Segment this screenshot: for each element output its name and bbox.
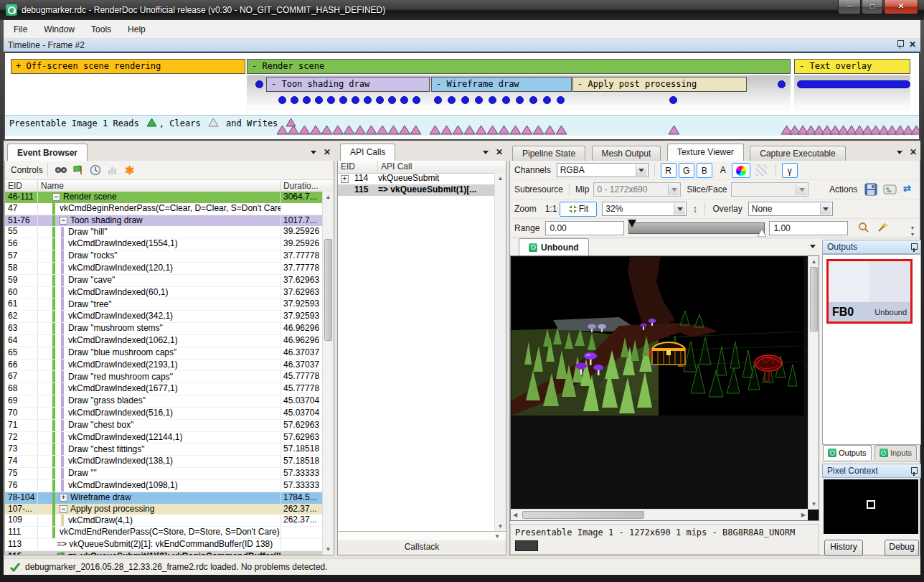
zoom-value-combo[interactable]: 32% (602, 202, 687, 216)
slice-face-combo[interactable] (731, 182, 808, 197)
timeline-draw-dot[interactable] (669, 96, 677, 104)
autofit-wand-icon[interactable] (877, 222, 888, 235)
event-row[interactable]: 76vkCmdDrawIndexed(1098,1)57.33333 (5, 480, 322, 492)
pixel-context-view[interactable] (824, 479, 918, 534)
timeline-draw-dot[interactable] (434, 96, 442, 104)
col-eid[interactable]: EID (5, 180, 38, 192)
channel-blue-toggle[interactable]: B (697, 163, 712, 178)
event-row[interactable]: 65Draw "blue mushroom caps"46.37037 (5, 347, 322, 360)
event-row[interactable]: 64vkCmdDrawIndexed(1062,1)46.96296 (5, 335, 322, 347)
zoom-1-1-button[interactable]: 1:1 (542, 202, 560, 217)
timeline-draw-dot[interactable] (255, 80, 263, 88)
tab-inputs[interactable]: Inputs (874, 445, 917, 460)
close-icon[interactable]: ✕ (910, 148, 917, 156)
menu-file[interactable]: File (7, 22, 34, 37)
flip-y-icon[interactable]: ↕ (692, 203, 697, 215)
timeline-marker-bar[interactable]: - Toon shading draw (266, 77, 430, 92)
event-row[interactable]: 59Draw "cave"37.62963 (5, 275, 322, 287)
event-row[interactable]: 107-...−Apply post processing262.37... (5, 504, 322, 515)
timeline-draw-dot[interactable] (448, 96, 456, 104)
timeline-draw-dot[interactable] (516, 96, 524, 104)
scroll-up-icon[interactable]: ▲ (324, 193, 332, 201)
callstack-label[interactable]: Callstack (338, 540, 506, 555)
channels-combo[interactable]: RGBA (557, 163, 649, 177)
api-call-row[interactable]: 115=> vkQueueSubmit(1)[... (338, 184, 494, 196)
pin-icon[interactable] (910, 467, 917, 476)
timeline-draw-dot[interactable] (327, 96, 335, 104)
close-icon[interactable]: ✕ (909, 40, 916, 49)
menu-help[interactable]: Help (121, 22, 152, 37)
bookmark-flag-icon[interactable] (71, 163, 85, 177)
pin-icon[interactable] (910, 243, 917, 252)
timeline-marker-bar[interactable]: - Render scene (247, 59, 791, 74)
scroll-down-icon[interactable]: ▼ (810, 500, 818, 508)
expand-icon[interactable]: + (341, 175, 349, 183)
event-row[interactable]: 51-76−Toon shading draw1017.7... (5, 215, 322, 227)
history-button[interactable]: History (824, 540, 863, 556)
write-triangle-run[interactable] (781, 125, 920, 135)
panel-menu-icon[interactable] (311, 151, 316, 154)
channel-green-toggle[interactable]: G (679, 163, 694, 178)
texture-display-area[interactable]: ▲ ▼ ◀ ▶ (510, 255, 819, 521)
highlight-asterisk-icon[interactable]: ✱ (123, 163, 137, 177)
toolbar-overflow-icon[interactable]: ▾▾ (911, 225, 914, 238)
scroll-down-icon[interactable]: ▼ (324, 545, 332, 553)
write-triangle-run[interactable] (430, 125, 578, 135)
fit-toggle[interactable]: Fit (560, 202, 597, 217)
timeline-draw-dot[interactable] (461, 96, 469, 104)
timeline-draw-dot[interactable] (502, 96, 510, 104)
timeline-draw-dot[interactable] (543, 96, 551, 104)
collapse-icon[interactable]: − (60, 505, 67, 513)
timeline-marker-bar[interactable]: + Off-screen scene rendering (11, 59, 245, 74)
event-row[interactable]: 47vkCmdBeginRenderPass(C=Clear, D=Clear,… (5, 203, 322, 215)
texture-list-icon[interactable] (810, 245, 816, 248)
menu-window[interactable]: Window (37, 22, 81, 37)
close-icon[interactable]: ✕ (324, 148, 331, 156)
overlay-combo[interactable]: None (748, 202, 833, 216)
time-durations-icon[interactable] (88, 163, 103, 177)
channel-alpha-toggle[interactable]: A (717, 163, 729, 178)
find-event-icon[interactable] (54, 163, 68, 177)
histogram-zoom-icon[interactable] (858, 222, 869, 235)
event-row[interactable]: 58vkCmdDrawIndexed(120,1)37.77778 (5, 263, 322, 275)
tab-unbound-texture[interactable]: Unbound (519, 238, 589, 255)
color-wheel-icon[interactable] (732, 163, 750, 178)
event-row[interactable]: 56vkCmdDrawIndexed(1554,1)39.25926 (5, 238, 322, 250)
timeline-draw-dot[interactable] (489, 96, 496, 104)
api-call-row[interactable]: +114vkQueueSubmit (338, 173, 494, 184)
event-row[interactable]: 61Draw "tree"37.92593 (5, 299, 322, 311)
timeline-draw-dot[interactable] (278, 96, 286, 104)
range-min-input[interactable]: 0.00 (545, 221, 624, 235)
event-row[interactable]: 66vkCmdDrawIndexed(2193,1)46.37037 (5, 360, 322, 372)
event-row[interactable]: 73Draw "chest fittings"57.18518 (5, 443, 322, 456)
write-triangle-run[interactable] (277, 125, 433, 135)
timeline-draw-dot[interactable] (339, 96, 347, 104)
tab-mesh-output[interactable]: Mesh Output (592, 146, 661, 161)
timeline-draw-dot[interactable] (557, 96, 565, 104)
timeline-draw-dot[interactable] (388, 96, 396, 104)
event-row[interactable]: 63Draw "mushroom stems"46.96296 (5, 323, 322, 335)
tab-texture-viewer[interactable]: Texture Viewer (667, 144, 744, 161)
timeline-draw-dot[interactable] (364, 96, 372, 104)
panel-menu-icon[interactable] (483, 151, 489, 154)
scroll-up-icon[interactable]: ▲ (810, 258, 818, 266)
close-icon[interactable]: ✕ (496, 148, 503, 156)
mip-combo[interactable]: 0 - 1272x690 (593, 182, 681, 197)
timeline-draw-dot[interactable] (315, 96, 323, 104)
event-row[interactable]: 78-104+Wireframe draw1784.5... (5, 492, 322, 504)
event-row[interactable]: 74vkCmdDrawIndexed(138,1)57.18518 (5, 456, 322, 468)
maximize-button[interactable]: □ (862, 0, 883, 14)
timeline-panel-header[interactable]: Timeline - Frame #2 ✕ (4, 39, 920, 52)
timeline-marker-bar[interactable]: - Apply post processing (572, 77, 747, 92)
goto-resource-icon[interactable]: ⇄ (903, 183, 911, 194)
event-row[interactable]: 69Draw "grass blades"45.03704 (5, 395, 322, 408)
event-row[interactable]: 68vkCmdDrawIndexed(1677,1)45.77778 (5, 383, 322, 395)
scroll-up-icon[interactable]: ▲ (496, 174, 504, 182)
collapse-icon[interactable]: − (60, 217, 67, 225)
col-api-call[interactable]: API Call (378, 161, 494, 173)
timeline-draw-dot[interactable] (529, 96, 537, 104)
event-row[interactable]: 115=> vkQueueSubmit(1)[0]: vkBeginComman… (5, 551, 322, 555)
timeline-draw-dot[interactable] (303, 96, 311, 104)
texture-image[interactable] (512, 257, 803, 416)
event-row[interactable]: 109vkCmdDraw(4,1)262.37... (5, 515, 322, 527)
